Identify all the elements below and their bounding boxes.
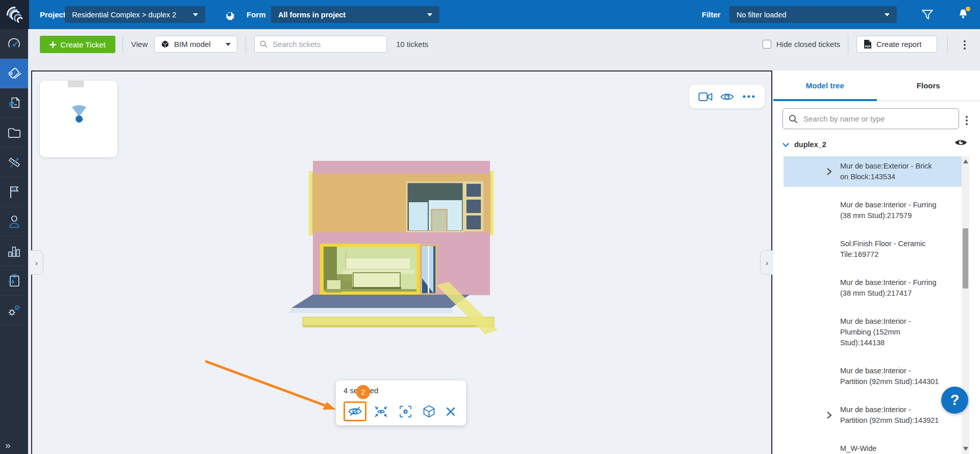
help-button[interactable]: ? <box>941 387 968 414</box>
sidebar-item-flags[interactable] <box>0 177 28 207</box>
tab-floors[interactable]: Floors <box>877 70 980 101</box>
application-window: Project Residential Complex > duplex 2 F… <box>0 0 980 454</box>
sidebar-item-measure[interactable] <box>0 148 28 177</box>
tree-item[interactable]: Mur de base:Interior - Partition (92mm S… <box>783 361 962 392</box>
chevron-down-icon <box>782 142 789 147</box>
right-panel-collapse-handle[interactable]: › <box>760 250 773 275</box>
view-label: View <box>131 40 148 49</box>
hide-closed-checkbox[interactable] <box>763 40 771 49</box>
bar-chart-icon <box>7 244 21 258</box>
close-icon[interactable] <box>443 404 458 419</box>
chevron-right-icon[interactable] <box>826 411 832 419</box>
sidebar-item-reports[interactable] <box>0 88 28 118</box>
sidebar-expand-button[interactable]: » <box>0 437 28 454</box>
sidebar-item-dashboard[interactable] <box>0 29 28 59</box>
funnel-icon[interactable] <box>922 10 933 20</box>
speedometer-icon <box>7 37 21 51</box>
ellipsis-icon[interactable] <box>742 95 755 98</box>
minimap-wall <box>68 81 84 87</box>
model-tree-list: Mur de base:Exterior - Brick on Block:14… <box>783 156 962 454</box>
tree-item[interactable]: Mur de base:Interior - Furring (38 mm St… <box>783 273 962 303</box>
flag-icon <box>8 185 21 199</box>
notification-dot <box>966 7 970 11</box>
pin-document-icon <box>7 96 21 110</box>
hide-icon[interactable] <box>344 401 366 421</box>
chevron-down-icon <box>193 13 198 16</box>
svg-text:PDF: PDF <box>865 45 871 48</box>
minimap-card[interactable] <box>40 81 117 157</box>
folder-icon <box>7 126 21 139</box>
filter-dropdown[interactable]: No filter loaded <box>729 6 897 23</box>
top-navigation-bar: Project Residential Complex > duplex 2 F… <box>0 0 980 29</box>
project-label: Project <box>40 0 66 29</box>
sidebar-item-files[interactable] <box>0 118 28 148</box>
tree-item[interactable]: Mur de base:Interior - Plumbing (152mm S… <box>783 312 962 353</box>
pdf-icon: PDF <box>864 39 872 49</box>
project-dropdown-value: Residential Complex > duplex 2 <box>72 11 176 19</box>
gear-icon[interactable] <box>224 9 235 20</box>
form-dropdown-value: All forms in project <box>278 11 346 19</box>
search-icon <box>789 114 798 124</box>
tree-search-input[interactable] <box>802 114 953 124</box>
selection-toolbar: 4 selected 2 <box>336 380 466 425</box>
zoom-selection-icon[interactable] <box>396 402 415 421</box>
bim-model-section-view[interactable] <box>286 158 505 334</box>
camera-position-marker <box>68 103 90 127</box>
bell-icon[interactable] <box>958 8 969 20</box>
person-icon <box>8 214 21 229</box>
panel-tabs: Model tree Floors <box>773 70 980 101</box>
create-ticket-button[interactable]: Create Ticket <box>40 36 115 53</box>
search-icon <box>260 40 267 49</box>
tree-search[interactable] <box>782 108 959 129</box>
visibility-eye-icon[interactable] <box>954 138 967 147</box>
sidebar-item-transmit[interactable] <box>0 266 28 296</box>
divider <box>122 35 123 54</box>
tree-item[interactable]: Sol:Finish Floor - Ceramic Tile:169772 <box>783 234 962 265</box>
tree-item[interactable]: Mur de base:Interior - Partition (92mm S… <box>783 400 962 431</box>
scroll-down-arrow[interactable] <box>963 447 968 451</box>
sidebar-item-people[interactable] <box>0 207 28 236</box>
plus-icon <box>50 41 56 48</box>
project-dropdown[interactable]: Residential Complex > duplex 2 <box>65 6 205 23</box>
viewer-toolbar <box>689 85 765 108</box>
selection-badge: 2 <box>356 385 370 399</box>
chevron-right-icon[interactable] <box>826 168 832 176</box>
create-report-button[interactable]: PDF Create report <box>856 36 937 53</box>
app-logo[interactable] <box>0 0 29 29</box>
tree-item[interactable]: Mur de base:Exterior - Brick on Block:14… <box>783 156 962 187</box>
video-camera-icon[interactable] <box>698 92 713 102</box>
swirl-logo-icon <box>5 5 25 25</box>
tab-model-tree[interactable]: Model tree <box>773 70 877 101</box>
ticket-count: 10 tickets <box>396 40 428 49</box>
filter-dropdown-value: No filter loaded <box>737 11 787 19</box>
sidebar-item-tickets[interactable] <box>0 59 28 88</box>
divider <box>246 35 246 54</box>
divider <box>947 35 948 54</box>
filter-label: Filter <box>702 0 721 29</box>
scrollbar-thumb[interactable] <box>963 228 968 289</box>
left-sidebar: » <box>0 29 28 454</box>
clipboard-arrow-icon <box>7 274 21 288</box>
form-dropdown[interactable]: All forms in project <box>271 6 439 23</box>
sidebar-item-analytics[interactable] <box>0 236 28 266</box>
measure-icon <box>7 155 21 170</box>
left-panel-collapse-handle[interactable]: › <box>30 250 43 275</box>
tree-kebab-menu-icon[interactable] <box>964 114 970 127</box>
scroll-up-arrow[interactable] <box>963 159 968 163</box>
chevron-down-icon <box>885 13 890 16</box>
isolate-icon[interactable] <box>371 402 391 421</box>
eye-icon[interactable] <box>720 92 734 102</box>
form-label: Form <box>247 0 266 29</box>
hide-closed-label: Hide closed tickets <box>776 40 840 49</box>
view-dropdown-value: BIM model <box>174 40 211 49</box>
kebab-menu-icon[interactable] <box>962 38 968 52</box>
cube-icon <box>161 40 169 49</box>
ticket-search-input[interactable] <box>272 39 381 49</box>
ticket-search[interactable] <box>254 36 387 53</box>
tree-root-row[interactable]: duplex_2 <box>782 137 971 152</box>
tree-item[interactable]: M_W-Wide Flange:W410X60:208949 <box>783 439 962 454</box>
sidebar-item-settings[interactable] <box>0 296 28 325</box>
cube-icon[interactable] <box>420 402 438 421</box>
tree-item[interactable]: Mur de base:Interior - Furring (38 mm St… <box>783 195 962 226</box>
view-dropdown[interactable]: BIM model <box>154 36 237 53</box>
